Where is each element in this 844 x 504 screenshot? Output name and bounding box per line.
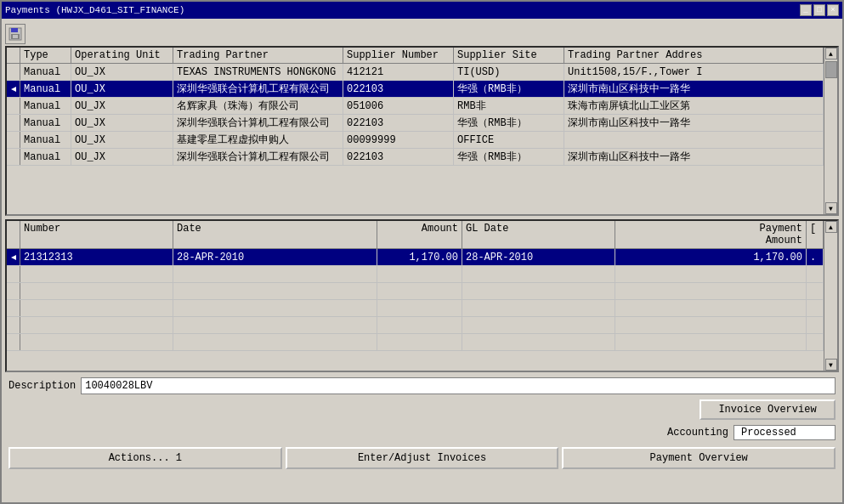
description-label: Description xyxy=(8,380,76,392)
payment-row-indicator xyxy=(7,300,20,316)
payment-scroll-up-btn[interactable]: ▲ xyxy=(825,221,837,233)
col-flag: [ ] xyxy=(807,221,824,248)
accounting-row: Accounting Processed xyxy=(5,425,839,440)
payment-table-scrollbar[interactable]: ▲ ▼ xyxy=(824,221,837,371)
payment-cell-payment_amount xyxy=(615,266,807,282)
enter-adjust-button[interactable]: Enter/Adjust Invoices xyxy=(286,447,559,469)
cell-supplier_num: 022103 xyxy=(343,115,454,131)
svg-marker-5 xyxy=(11,255,16,260)
save-icon[interactable] xyxy=(5,24,25,44)
payment-row-indicator xyxy=(7,317,20,333)
scroll-right-btn[interactable]: ► xyxy=(825,216,837,217)
table-body: ManualOU_JXTEXAS INSTRUMENTS HONGKONG412… xyxy=(7,64,824,166)
payment-cell-flag: . xyxy=(807,249,824,265)
payment-table-row[interactable] xyxy=(7,266,824,283)
payment-table-header: Number Date Amount GL Date Payment Amoun… xyxy=(7,221,824,249)
payment-cell-amount xyxy=(377,334,462,350)
table-row[interactable]: ManualOU_JX名辉家具（珠海）有限公司051006RMB非珠海市南屏镇北… xyxy=(7,98,824,115)
payment-cell-amount xyxy=(377,266,462,282)
cell-supplier_num: 00099999 xyxy=(343,132,454,148)
minimize-button[interactable]: _ xyxy=(800,4,812,16)
scroll-up-btn[interactable]: ▲ xyxy=(825,48,837,59)
payment-cell-number xyxy=(20,334,173,350)
payment-cell-number: 21312313 xyxy=(20,249,173,265)
payment-cell-gl_date: 28-APR-2010 xyxy=(462,249,615,265)
payment-cell-flag xyxy=(807,300,824,316)
maximize-button[interactable]: □ xyxy=(813,4,825,16)
table-main: Type Operating Unit Trading Partner Supp… xyxy=(7,48,824,214)
top-table-hscrollbar[interactable]: ◄ ► xyxy=(7,214,837,216)
payment-table-row[interactable]: 2131231328-APR-20101,170.0028-APR-20101,… xyxy=(7,249,824,266)
cell-partner: 深圳华强联合计算机工程有限公司 xyxy=(173,149,343,165)
accounting-label: Accounting xyxy=(667,427,728,439)
payments-table: Type Operating Unit Trading Partner Supp… xyxy=(5,46,839,216)
cell-address: 深圳市南山区科技中一路华 xyxy=(564,81,824,97)
scroll-left-btn[interactable]: ◄ xyxy=(7,216,19,217)
invoice-overview-button[interactable]: Invoice Overview xyxy=(700,399,836,420)
table-row[interactable]: ManualOU_JX基建零星工程虚拟申购人00099999OFFICE xyxy=(7,132,824,149)
payment-cell-payment_amount xyxy=(615,334,807,350)
scroll-down-btn[interactable]: ▼ xyxy=(825,202,837,214)
cell-supplier_num: 022103 xyxy=(343,149,454,165)
col-date: Date xyxy=(173,221,377,248)
payment-cell-date xyxy=(173,283,377,299)
payment-table-row[interactable] xyxy=(7,317,824,334)
payment-cell-date xyxy=(173,300,377,316)
close-button[interactable]: × xyxy=(827,4,839,16)
hscroll-thumb[interactable] xyxy=(19,216,53,217)
payment-row-indicator xyxy=(7,266,20,282)
cell-ou: OU_JX xyxy=(71,81,173,97)
cell-type: Manual xyxy=(20,64,71,80)
table-row[interactable]: ManualOU_JX深圳华强联合计算机工程有限公司022103华强（RMB非）… xyxy=(7,149,824,166)
cell-ou: OU_JX xyxy=(71,98,173,114)
col-payment-amount: Payment Amount xyxy=(615,221,807,248)
payment-cell-gl_date xyxy=(462,334,615,350)
cell-type: Manual xyxy=(20,149,71,165)
scroll-thumb[interactable] xyxy=(825,61,837,78)
cell-supplier_num: 022103 xyxy=(343,81,454,97)
actions-button[interactable]: Actions... 1 xyxy=(8,447,282,469)
cell-supplier_site: 华强（RMB非） xyxy=(454,115,564,131)
table-row[interactable]: ManualOU_JX深圳华强联合计算机工程有限公司022103华强（RMB非）… xyxy=(7,81,824,98)
cell-type: Manual xyxy=(20,81,71,97)
cell-ou: OU_JX xyxy=(71,149,173,165)
svg-rect-1 xyxy=(11,28,18,32)
cell-supplier_site: 华强（RMB非） xyxy=(454,81,564,97)
payment-cell-gl_date xyxy=(462,300,615,316)
payment-table-body: 2131231328-APR-20101,170.0028-APR-20101,… xyxy=(7,249,824,351)
title-bar: Payments (HWJX_D461_SIT_FINANCE) _ □ × xyxy=(2,2,842,19)
cell-address: 深圳市南山区科技中一路华 xyxy=(564,149,824,165)
payment-cell-date xyxy=(173,334,377,350)
payment-cell-amount xyxy=(377,300,462,316)
row-indicator xyxy=(7,132,20,148)
payment-scroll-down-btn[interactable]: ▼ xyxy=(825,359,837,371)
payment-cell-payment_amount xyxy=(615,300,807,316)
row-indicator xyxy=(7,98,20,114)
row-indicator xyxy=(7,149,20,165)
payment-overview-button[interactable]: Payment Overview xyxy=(562,447,836,469)
cell-type: Manual xyxy=(20,132,71,148)
table-row[interactable]: ManualOU_JX深圳华强联合计算机工程有限公司022103华强（RMB非）… xyxy=(7,115,824,132)
cell-supplier_num: 051006 xyxy=(343,98,454,114)
main-window: Payments (HWJX_D461_SIT_FINANCE) _ □ × xyxy=(0,0,844,504)
payment-cell-number xyxy=(20,283,173,299)
col-number: Number xyxy=(20,221,173,248)
payment-table-row[interactable] xyxy=(7,283,824,300)
payment-cell-amount xyxy=(377,317,462,333)
payment-cell-flag xyxy=(807,283,824,299)
cell-ou: OU_JX xyxy=(71,64,173,80)
description-input[interactable] xyxy=(81,377,836,394)
cell-supplier_site: RMB非 xyxy=(454,98,564,114)
col-address: Trading Partner Addres xyxy=(564,48,824,63)
payment-table-row[interactable] xyxy=(7,334,824,351)
col-supplier-num: Supplier Number xyxy=(343,48,454,63)
payment-cell-gl_date xyxy=(462,283,615,299)
col-gl-date: GL Date xyxy=(462,221,615,248)
table-row[interactable]: ManualOU_JXTEXAS INSTRUMENTS HONGKONG412… xyxy=(7,64,824,81)
cell-supplier_site: OFFICE xyxy=(454,132,564,148)
payment-table-row[interactable] xyxy=(7,300,824,317)
payment-cell-flag xyxy=(807,334,824,350)
top-table-scrollbar[interactable]: ▲ ▼ xyxy=(824,48,837,214)
cell-supplier_site: 华强（RMB非） xyxy=(454,149,564,165)
payment-cell-payment_amount xyxy=(615,283,807,299)
